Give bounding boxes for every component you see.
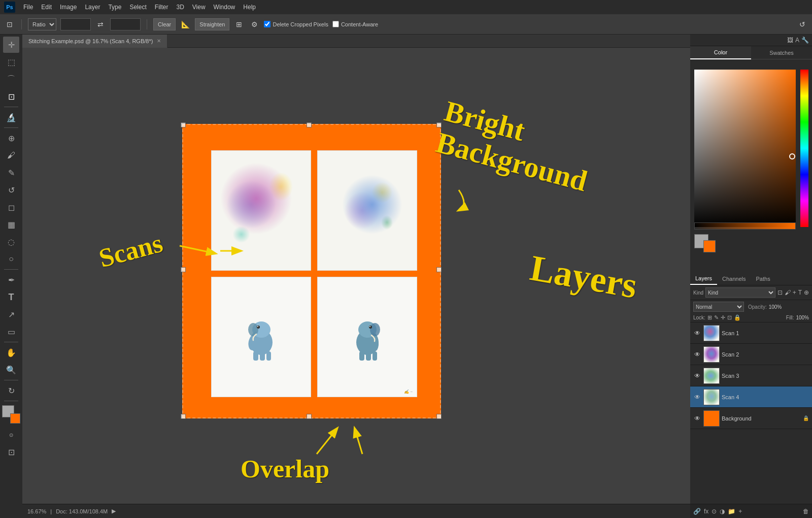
- opacity-value[interactable]: 100%: [769, 304, 787, 310]
- grid-icon[interactable]: ⊞: [233, 19, 245, 30]
- filter-icon-3[interactable]: +: [793, 289, 796, 296]
- document-tab[interactable]: Stitching Example.psd @ 16.7% (Scan 4, R…: [22, 35, 167, 48]
- ratio-select[interactable]: Ratio: [28, 18, 56, 30]
- lock-artboard-icon[interactable]: ⊡: [727, 314, 732, 321]
- dodge-tool[interactable]: ○: [3, 251, 19, 267]
- type-tool[interactable]: T: [3, 289, 19, 305]
- menu-image[interactable]: Image: [60, 4, 77, 11]
- layer-vis-scan2[interactable]: 👁: [693, 350, 701, 359]
- menu-layer[interactable]: Layer: [85, 4, 100, 11]
- swap-icon[interactable]: ⇄: [95, 19, 106, 30]
- color-spectrum-bar[interactable]: [800, 70, 808, 227]
- height-input[interactable]: [110, 18, 141, 30]
- kind-select[interactable]: Kind: [705, 287, 775, 298]
- lock-checkered-icon[interactable]: ⊞: [707, 314, 712, 321]
- menu-window[interactable]: Window: [214, 4, 235, 11]
- lock-brush-icon[interactable]: ✎: [714, 314, 719, 321]
- status-arrow[interactable]: ▶: [112, 508, 116, 514]
- quick-mask-tool[interactable]: ⊙: [3, 427, 19, 443]
- crop-handle-bl[interactable]: [181, 414, 186, 419]
- menu-edit[interactable]: Edit: [41, 4, 52, 11]
- layer-scan1[interactable]: 👁 Scan 1: [690, 322, 812, 344]
- color-picker-cursor[interactable]: [789, 153, 795, 159]
- color-picker-area[interactable]: [690, 59, 811, 232]
- content-aware-checkbox[interactable]: Content-Aware: [332, 21, 378, 27]
- new-group-icon[interactable]: 📁: [728, 508, 735, 515]
- layer-vis-scan1[interactable]: 👁: [693, 329, 701, 337]
- bg-swatch[interactable]: [703, 240, 716, 252]
- settings-icon[interactable]: ⚙: [249, 19, 260, 30]
- crop-handle-ml[interactable]: [181, 267, 186, 272]
- brush-tool[interactable]: 🖌: [3, 147, 19, 164]
- filter-icon-5[interactable]: ⊕: [804, 289, 809, 296]
- path-selection-tool[interactable]: ↗: [3, 306, 19, 322]
- menu-filter[interactable]: Filter: [155, 4, 168, 11]
- filter-icon-2[interactable]: 🖌: [785, 289, 791, 296]
- straighten-button[interactable]: Straighten: [195, 18, 229, 30]
- menu-view[interactable]: View: [192, 4, 206, 11]
- crop-handle-tl[interactable]: [181, 122, 186, 127]
- stamp-tool[interactable]: ✎: [3, 165, 19, 181]
- color-tab[interactable]: Color: [690, 46, 751, 59]
- blend-mode-select[interactable]: Normal: [693, 302, 744, 312]
- lock-move-icon[interactable]: ✛: [721, 314, 725, 321]
- eyedropper-tool[interactable]: 🔬: [3, 109, 19, 125]
- shape-tool[interactable]: ▭: [3, 323, 19, 340]
- paths-tab[interactable]: Paths: [751, 272, 775, 285]
- menu-select[interactable]: Select: [129, 4, 146, 11]
- screen-mode-tool[interactable]: ⊡: [3, 444, 19, 460]
- crop-handle-br[interactable]: [436, 414, 442, 419]
- move-tool[interactable]: ✛: [3, 37, 19, 53]
- hand-tool[interactable]: ✋: [3, 344, 19, 361]
- fg-bg-swatches[interactable]: [694, 234, 716, 252]
- undo-icon[interactable]: ↺: [797, 19, 808, 30]
- zoom-tool[interactable]: 🔍: [3, 362, 19, 378]
- blur-tool[interactable]: ◌: [3, 234, 19, 250]
- add-mask-icon[interactable]: ⊙: [712, 508, 717, 515]
- color-gradient[interactable]: [694, 70, 796, 227]
- width-input[interactable]: [60, 18, 91, 30]
- panel-icon-1[interactable]: 🖼: [787, 37, 793, 44]
- menu-help[interactable]: Help: [243, 4, 256, 11]
- straighten-icon[interactable]: 📐: [180, 19, 191, 30]
- pen-tool[interactable]: ✒: [3, 272, 19, 288]
- crop-tool-icon[interactable]: ⊡: [4, 19, 15, 30]
- layer-background[interactable]: 👁 Background 🔒: [690, 408, 812, 429]
- gradient-tool[interactable]: ▦: [3, 216, 19, 233]
- filter-icon-4[interactable]: T: [798, 289, 802, 296]
- menu-file[interactable]: File: [23, 4, 33, 11]
- layer-scan2[interactable]: 👁 Scan 2: [690, 344, 812, 365]
- lasso-tool[interactable]: ⌒: [3, 71, 19, 87]
- new-fill-icon[interactable]: ◑: [720, 508, 725, 515]
- healing-tool[interactable]: ⊕: [3, 130, 19, 146]
- add-style-icon[interactable]: fx: [704, 508, 708, 515]
- color-swatches[interactable]: [2, 405, 20, 424]
- alpha-slider[interactable]: [694, 222, 796, 230]
- new-layer-icon[interactable]: +: [738, 508, 742, 515]
- crop-tool[interactable]: ⊡: [3, 88, 19, 105]
- delete-cropped-checkbox[interactable]: Delete Cropped Pixels: [264, 21, 328, 27]
- menu-3d[interactable]: 3D: [176, 4, 184, 11]
- lock-all-icon[interactable]: 🔒: [734, 314, 741, 321]
- layer-scan4[interactable]: 👁 Scan 4: [690, 386, 812, 408]
- layers-tab[interactable]: Layers: [690, 272, 717, 285]
- menu-type[interactable]: Type: [108, 4, 121, 11]
- layer-scan3[interactable]: 👁 Scan 3: [690, 365, 812, 386]
- delete-layer-icon[interactable]: 🗑: [803, 508, 809, 515]
- filter-icon-1[interactable]: ⊡: [777, 289, 783, 296]
- panel-icon-2[interactable]: A: [795, 37, 799, 44]
- history-brush-tool[interactable]: ↺: [3, 182, 19, 198]
- channels-tab[interactable]: Channels: [717, 272, 751, 285]
- bg-color-swatch[interactable]: [10, 413, 20, 424]
- fill-value[interactable]: 100%: [796, 315, 809, 320]
- crop-handle-tr[interactable]: [436, 122, 442, 127]
- layer-vis-background[interactable]: 👁: [693, 414, 701, 423]
- layer-vis-scan4[interactable]: 👁: [693, 393, 701, 401]
- crop-handle-bm[interactable]: [307, 414, 312, 419]
- layer-vis-scan3[interactable]: 👁: [693, 372, 701, 380]
- crop-handle-mr[interactable]: [436, 267, 442, 272]
- selection-tool[interactable]: ⬚: [3, 54, 19, 70]
- panel-icon-3[interactable]: 🔧: [801, 37, 809, 44]
- tab-close-button[interactable]: ✕: [157, 38, 161, 44]
- rotate-tool[interactable]: ↻: [3, 382, 19, 399]
